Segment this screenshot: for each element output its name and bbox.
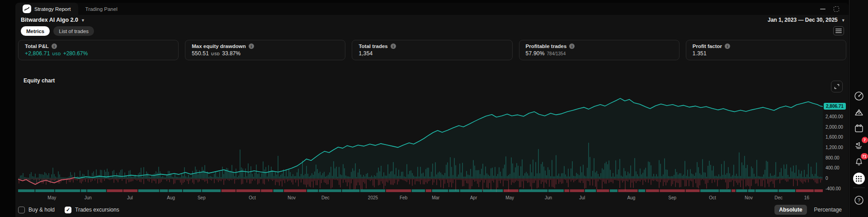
direction-strip-segment	[646, 189, 659, 192]
metrics-tab-label: Metrics	[26, 29, 44, 34]
buy-and-hold-checkbox[interactable]: ✓ Buy & hold	[18, 207, 55, 213]
direction-strip-segment	[35, 189, 54, 192]
notifications-badge: 71	[861, 153, 868, 159]
calendar-icon[interactable]	[853, 122, 865, 135]
y-axis-tick: 800.00	[826, 155, 840, 160]
x-axis-tick[interactable]: Sep	[198, 195, 206, 200]
direction-strip-segment	[55, 189, 80, 192]
x-axis-tick[interactable]: Feb	[400, 195, 407, 200]
info-icon[interactable]: i	[725, 43, 730, 49]
chart-x-axis: MayJunJulAugSepOctNovDec2025FebMarAprMay…	[18, 194, 823, 202]
list-of-trades-tab[interactable]: List of trades	[53, 26, 94, 36]
absolute-button[interactable]: Absolute	[774, 205, 807, 215]
trades-excursions-checkbox[interactable]: ✓ Trades excursions	[65, 207, 119, 213]
direction-strip-segment	[360, 189, 385, 192]
metric-label: Total P&L	[25, 43, 49, 49]
help-icon[interactable]: ?	[853, 194, 865, 207]
bitwardex-logo-icon	[23, 5, 31, 13]
direction-strip-segment	[564, 189, 569, 192]
tab-strategy-report[interactable]: Strategy Report	[15, 3, 78, 15]
info-icon[interactable]: i	[391, 43, 396, 49]
metric-cards-row: Total P&Li+2,806.71USD+280.67%Max equity…	[18, 40, 846, 60]
tab-trading-panel[interactable]: Trading Panel	[78, 3, 125, 15]
maximize-icon[interactable]	[834, 6, 839, 12]
x-axis-tick[interactable]: Dec	[321, 195, 330, 200]
broadcast-badge: 7	[862, 137, 868, 143]
direction-strip-segment	[460, 189, 482, 192]
metric-card-max-equity-drawdown: Max equity drawdowni550.51USD33.87%	[185, 40, 345, 60]
direction-strip-segment	[236, 189, 260, 192]
x-axis-tick[interactable]: Aug	[167, 195, 175, 200]
direction-strip-segment	[202, 189, 221, 192]
direction-strip-segment	[504, 189, 519, 192]
equity-chart[interactable]	[18, 86, 823, 195]
metric-extra: 33.87%	[222, 50, 241, 57]
direction-strip-segment	[610, 189, 618, 192]
x-axis-tick[interactable]: 2025	[368, 195, 378, 200]
direction-strip-segment	[307, 189, 318, 192]
direction-strip-segment	[638, 189, 645, 192]
checkbox-icon: ✓	[18, 207, 25, 213]
apps-grid-icon[interactable]	[853, 172, 865, 185]
y-axis-tick: 1,200.00	[826, 145, 843, 150]
checkbox-label: Buy & hold	[28, 207, 55, 213]
prism-icon[interactable]	[853, 106, 865, 119]
broadcast-icon[interactable]: 7	[853, 139, 865, 151]
metric-value: 550.51	[192, 50, 209, 57]
checkbox-label: Trades excursions	[75, 207, 119, 213]
x-axis-tick[interactable]: Nov	[288, 195, 296, 200]
x-axis-tick[interactable]: Mar	[432, 195, 439, 200]
metric-value: 1,354	[359, 50, 373, 57]
layout-rows-icon[interactable]	[833, 26, 844, 35]
chevron-down-icon: ▼	[841, 18, 845, 23]
percentage-label: Percentage	[814, 207, 842, 213]
date-range-text: Jan 1, 2023 — Dec 30, 2025	[768, 17, 838, 23]
x-axis-tick[interactable]: Jul	[579, 195, 585, 200]
minimize-icon[interactable]	[820, 9, 826, 10]
metric-card-total-p-l: Total P&Li+2,806.71USD+280.67%	[18, 40, 179, 60]
x-axis-tick[interactable]: Jun	[85, 195, 92, 200]
x-axis-tick[interactable]: Sep	[668, 195, 676, 200]
gauge-icon[interactable]	[853, 90, 865, 102]
x-axis-tick[interactable]: Jun	[545, 195, 552, 200]
direction-strip-segment	[123, 189, 138, 192]
x-axis-tick[interactable]: 16	[804, 195, 809, 200]
x-axis-tick[interactable]: Oct	[249, 195, 256, 200]
chevron-down-icon: ▼	[81, 18, 85, 23]
metric-card-profit-factor: Profit factori1.351	[686, 40, 846, 60]
direction-strip-segment	[720, 189, 731, 192]
x-axis-tick[interactable]: Dec	[774, 195, 783, 200]
strategy-selector[interactable]: Bitwardex AI Algo 2.0 ▼	[21, 17, 85, 23]
strategy-report-window: Strategy Report Trading Panel Bitwardex …	[0, 0, 868, 217]
equity-chart-canvas[interactable]	[18, 86, 823, 195]
metric-unit: USD	[211, 52, 220, 56]
direction-strip-segment	[342, 189, 359, 192]
x-axis-tick[interactable]: Oct	[709, 195, 716, 200]
bell-icon[interactable]: 71	[853, 155, 865, 168]
x-axis-tick[interactable]: May	[47, 195, 56, 200]
direction-strip-segment	[160, 189, 168, 192]
direction-strip-segment	[548, 189, 564, 192]
metrics-tab[interactable]: Metrics	[21, 26, 50, 36]
metric-value: 1.351	[693, 50, 707, 57]
info-icon[interactable]: i	[52, 43, 57, 49]
y-axis-tick: 400.00	[826, 165, 840, 170]
date-range-picker[interactable]: Jan 1, 2023 — Dec 30, 2025 ▼	[764, 16, 832, 23]
y-axis-tick: 1,600.00	[826, 135, 843, 140]
direction-strip-segment	[426, 189, 431, 192]
x-axis-tick[interactable]: Nov	[745, 195, 753, 200]
metric-label: Profitable trades	[526, 43, 567, 49]
info-icon[interactable]: i	[249, 43, 254, 49]
direction-strip-segment	[432, 189, 448, 192]
direction-strip-segment	[412, 189, 425, 192]
info-icon[interactable]: i	[569, 43, 575, 49]
window-controls	[805, 3, 845, 15]
x-axis-tick[interactable]: May	[505, 195, 514, 200]
x-axis-tick[interactable]: Jul	[127, 195, 133, 200]
x-axis-tick[interactable]: Apr	[470, 195, 477, 200]
direction-strip-segment	[183, 189, 202, 192]
direction-strip-segment	[386, 189, 411, 192]
x-axis-tick[interactable]: Aug	[627, 195, 635, 200]
percentage-button[interactable]: Percentage	[810, 205, 846, 215]
absolute-label: Absolute	[779, 207, 802, 213]
